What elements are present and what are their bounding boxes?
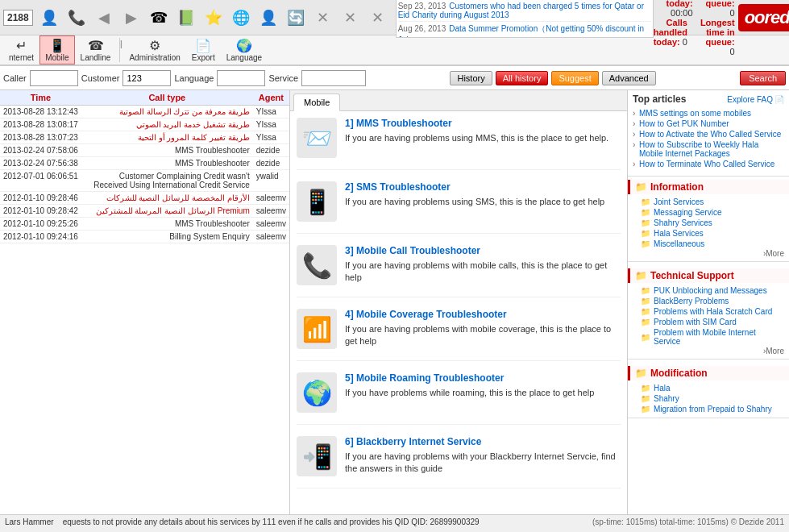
category-title-information[interactable]: 📁 Information bbox=[628, 180, 789, 194]
history-panel: Time Call type Agent 2013-08-28 13:12:43… bbox=[0, 90, 290, 514]
toolbar-icon-x3[interactable]: ✕ bbox=[365, 5, 391, 31]
article-description: If you are having problems using SMS, th… bbox=[345, 196, 604, 208]
toolbar-icon-back[interactable]: ◀ bbox=[91, 5, 117, 31]
category-item[interactable]: BlackBerry Problems bbox=[628, 296, 789, 306]
advanced-button[interactable]: Advanced bbox=[602, 71, 656, 85]
article-title[interactable]: 2] SMS Troubleshooter bbox=[345, 181, 604, 193]
col-agent[interactable]: Agent bbox=[253, 90, 289, 106]
toolbar-icon-call[interactable]: 📞 bbox=[64, 5, 89, 31]
category-title-technical-support[interactable]: 📁 Technical Support bbox=[628, 268, 789, 283]
article-title[interactable]: 4] Mobile Coverage Troubleshooter bbox=[345, 309, 621, 320]
notification-item[interactable]: Aug 26, 2013Data Summer Promotion（Not ge… bbox=[398, 22, 651, 38]
table-row[interactable]: 2013-08-28 13:08:17 طريقة تشغيل خدمة الب… bbox=[0, 118, 289, 131]
nav-item-landline[interactable]: ☎ Landline bbox=[75, 35, 117, 64]
toolbar-icon-profile[interactable]: 👤 bbox=[36, 5, 62, 31]
article-title[interactable]: 5] Mobile Roaming Troubleshooter bbox=[345, 372, 594, 384]
category-item[interactable]: Problem with Mobile Internet Service bbox=[628, 327, 789, 347]
col-time[interactable]: Time bbox=[0, 90, 81, 106]
article-item[interactable]: 🌍 5] Mobile Roaming Troubleshooter If yo… bbox=[297, 372, 621, 425]
table-row[interactable]: 2013-08-28 13:07:23 طريقة تغيير كلمة الم… bbox=[0, 131, 289, 144]
nav-item-internet[interactable]: ↵ nternet bbox=[3, 35, 39, 64]
table-row[interactable]: 2012-01-10 09:28:46 الأرقام المخصصة للرس… bbox=[0, 192, 289, 205]
article-item[interactable]: 📱 2] SMS Troubleshooter If you are havin… bbox=[297, 181, 621, 234]
col-calltype[interactable]: Call type bbox=[81, 90, 253, 106]
article-item[interactable]: 📲 6] Blackberry Internet Service If you … bbox=[297, 436, 621, 488]
customer-input[interactable] bbox=[123, 70, 171, 86]
category-item[interactable]: Hala bbox=[628, 383, 789, 393]
service-input[interactable] bbox=[301, 70, 366, 86]
article-title[interactable]: 6] Blackberry Internet Service bbox=[345, 436, 621, 447]
toolbar-icon-globe[interactable]: 🌐 bbox=[228, 5, 254, 31]
time-cell: 2012-01-10 09:28:42 bbox=[0, 205, 81, 218]
caller-input[interactable] bbox=[30, 70, 78, 86]
nav-item-export-label: Export bbox=[192, 53, 215, 62]
notification-item[interactable]: Sep 23, 2013Customers who had been charg… bbox=[398, 0, 651, 22]
article-icon: 📨 bbox=[297, 118, 337, 158]
table-row[interactable]: 2013-02-24 07:56:38 MMS Troubleshooter d… bbox=[0, 157, 289, 170]
category-item[interactable]: Joint Services bbox=[628, 197, 789, 207]
nav-item-language[interactable]: 🌍 Language bbox=[221, 35, 268, 64]
top-articles-header: Top articles Explore FAQ 📄 bbox=[633, 94, 784, 105]
top-article-item[interactable]: How to Activate the Who Called Service bbox=[633, 129, 784, 139]
toolbar-icon-person[interactable]: 👤 bbox=[255, 5, 281, 31]
explore-faq-link[interactable]: Explore FAQ 📄 bbox=[727, 95, 784, 104]
nav-separator-label: I bbox=[119, 38, 123, 51]
top-article-item[interactable]: How to Subscribe to Weekly Hala Mobile I… bbox=[633, 139, 784, 159]
time-cell: 2013-08-28 13:12:43 bbox=[0, 106, 81, 118]
toolbar-icon-x1[interactable]: ✕ bbox=[310, 5, 336, 31]
agent-cell: saleemv bbox=[253, 205, 289, 218]
table-row[interactable]: 2013-02-24 07:58:06 MMS Troubleshooter d… bbox=[0, 144, 289, 157]
article-title[interactable]: 1] MMS Troubleshooter bbox=[345, 118, 608, 129]
category-item[interactable]: PUK Unblocking and Messages bbox=[628, 285, 789, 296]
toolbar-icon-refresh[interactable]: 🔄 bbox=[283, 5, 309, 31]
toolbar-icon-book[interactable]: 📗 bbox=[173, 5, 199, 31]
more-link[interactable]: ›More bbox=[628, 347, 789, 355]
nav-item-administration[interactable]: ⚙ Administration bbox=[123, 35, 185, 64]
agent-cell: saleemv bbox=[253, 231, 289, 243]
time-cell: 2012-07-01 06:06:51 bbox=[0, 170, 81, 192]
folder-icon: 📁 bbox=[635, 270, 647, 281]
category-item[interactable]: Shahry bbox=[628, 393, 789, 404]
all-history-button[interactable]: All history bbox=[496, 71, 549, 85]
toolbar-icon-x2[interactable]: ✕ bbox=[338, 5, 363, 31]
toolbar-icon-phone[interactable]: ☎ bbox=[146, 5, 172, 31]
toolbar-icon-forward[interactable]: ▶ bbox=[118, 5, 144, 31]
folder-icon: 📁 bbox=[635, 181, 647, 193]
status-bar: Lars Hammer equests to not provide any d… bbox=[0, 514, 789, 532]
article-item[interactable]: 📨 1] MMS Troubleshooter If you are havin… bbox=[297, 118, 621, 170]
phone-number-display: 2188 bbox=[3, 10, 33, 26]
top-article-item[interactable]: How to Get PUK Number bbox=[633, 118, 784, 129]
category-item[interactable]: Migration from Prepaid to Shahry bbox=[628, 404, 789, 414]
table-row[interactable]: 2012-01-10 09:24:16 Billing System Enqui… bbox=[0, 231, 289, 243]
more-link[interactable]: ›More bbox=[628, 249, 789, 258]
toolbar-icon-star[interactable]: ⭐ bbox=[201, 5, 226, 31]
tab-mobile[interactable]: Mobile bbox=[293, 94, 340, 111]
table-row[interactable]: 2012-07-01 06:06:51 Customer Complaining… bbox=[0, 170, 289, 192]
article-item[interactable]: 📞 3] Mobile Call Troubleshooter If you a… bbox=[297, 245, 621, 297]
category-item[interactable]: Miscellaneous bbox=[628, 239, 789, 249]
category-title-modification[interactable]: 📁 Modification bbox=[628, 366, 789, 380]
top-article-item[interactable]: MMS settings on some mobiles bbox=[633, 108, 784, 118]
search-button[interactable]: Search bbox=[740, 71, 786, 85]
category-item[interactable]: Shahry Services bbox=[628, 218, 789, 228]
article-description: If you are having problems with your Bla… bbox=[345, 451, 621, 476]
table-row[interactable]: 2012-01-10 09:25:26 MMS Troubleshooter s… bbox=[0, 218, 289, 231]
category-item[interactable]: Problems with Hala Scratch Card bbox=[628, 306, 789, 317]
category-item[interactable]: Problem with SIM Card bbox=[628, 317, 789, 327]
article-item[interactable]: 📶 4] Mobile Coverage Troubleshooter If y… bbox=[297, 309, 621, 361]
history-button[interactable]: History bbox=[450, 71, 492, 85]
explore-faq-icon: 📄 bbox=[774, 95, 784, 104]
table-row[interactable]: 2012-01-10 09:28:42 Premium الرسائل النص… bbox=[0, 205, 289, 218]
table-row[interactable]: 2013-08-28 13:12:43 طريقة معرفة من تترك … bbox=[0, 106, 289, 118]
suggest-button[interactable]: Suggest bbox=[551, 71, 598, 85]
article-title[interactable]: 3] Mobile Call Troubleshooter bbox=[345, 245, 621, 256]
language-input[interactable] bbox=[217, 70, 265, 86]
category-technical-support: 📁 Technical Support PUK Unblocking and M… bbox=[628, 268, 789, 360]
category-item[interactable]: Messaging Service bbox=[628, 207, 789, 218]
nav-item-export[interactable]: 📄 Export bbox=[186, 35, 221, 64]
nav-item-mobile[interactable]: 📱 Mobile bbox=[39, 35, 74, 64]
category-item[interactable]: Hala Services bbox=[628, 228, 789, 239]
top-article-item[interactable]: How to Terminate Who Called Service bbox=[633, 159, 784, 169]
call-type-cell: Customer Complaining Credit wasn't Recei… bbox=[81, 170, 253, 192]
article-content: 3] Mobile Call Troubleshooter If you are… bbox=[345, 245, 621, 285]
